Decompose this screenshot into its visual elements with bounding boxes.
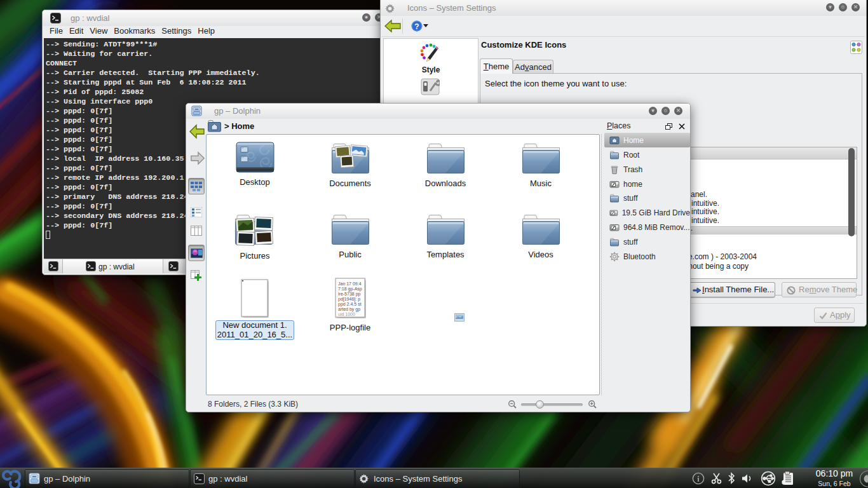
svg-text:pd[1946]: p: pd[1946]: p [338, 297, 360, 302]
svg-text:?: ? [414, 22, 419, 31]
svg-text:ppd 2.4.5 st: ppd 2.4.5 st [338, 302, 362, 307]
svg-text:ire-5738 pp: ire-5738 pp [338, 292, 361, 297]
svg-text:uid 1000: uid 1000 [338, 312, 355, 316]
svg-text:arted by gp: arted by gp [338, 307, 360, 312]
svg-text:i: i [697, 475, 700, 484]
svg-text:7:18 gp-Asp: 7:18 gp-Asp [338, 287, 362, 292]
svg-text:Jan 17 09:4: Jan 17 09:4 [338, 281, 362, 286]
